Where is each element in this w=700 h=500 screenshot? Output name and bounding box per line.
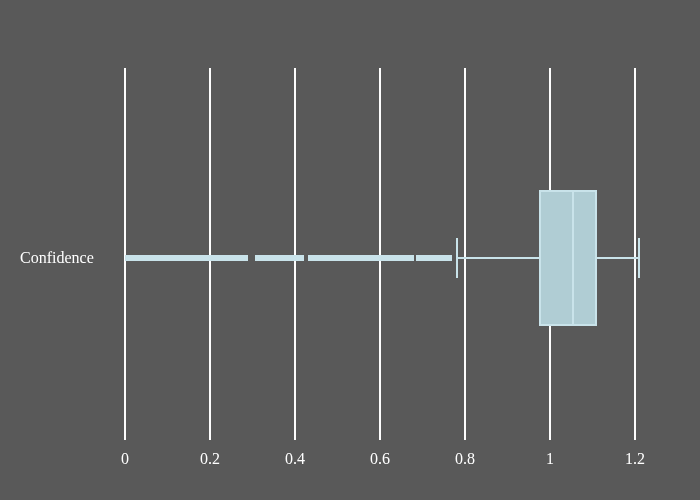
whisker-cap bbox=[638, 238, 640, 278]
median-line bbox=[572, 190, 574, 326]
outlier-band bbox=[308, 255, 414, 261]
x-tick-label: 0 bbox=[121, 450, 129, 468]
box-plot-chart: Confidence 00.20.40.60.811.2 bbox=[0, 0, 700, 500]
whisker-line bbox=[457, 257, 540, 259]
box bbox=[539, 190, 596, 326]
x-tick-label: 0.6 bbox=[370, 450, 390, 468]
grid-line bbox=[634, 68, 636, 440]
whisker-line bbox=[597, 257, 640, 259]
x-tick-label: 0.2 bbox=[200, 450, 220, 468]
grid-line bbox=[379, 68, 381, 440]
x-tick-label: 1.2 bbox=[625, 450, 645, 468]
outlier-band bbox=[255, 255, 304, 261]
x-tick-label: 1 bbox=[546, 450, 554, 468]
outlier-band bbox=[125, 255, 248, 261]
outlier-band bbox=[416, 255, 452, 261]
grid-line bbox=[209, 68, 211, 440]
grid-line bbox=[464, 68, 466, 440]
x-tick-label: 0.8 bbox=[455, 450, 475, 468]
whisker-cap bbox=[456, 238, 458, 278]
grid-line bbox=[124, 68, 126, 440]
x-tick-label: 0.4 bbox=[285, 450, 305, 468]
y-axis-label: Confidence bbox=[20, 249, 94, 267]
grid-line bbox=[294, 68, 296, 440]
